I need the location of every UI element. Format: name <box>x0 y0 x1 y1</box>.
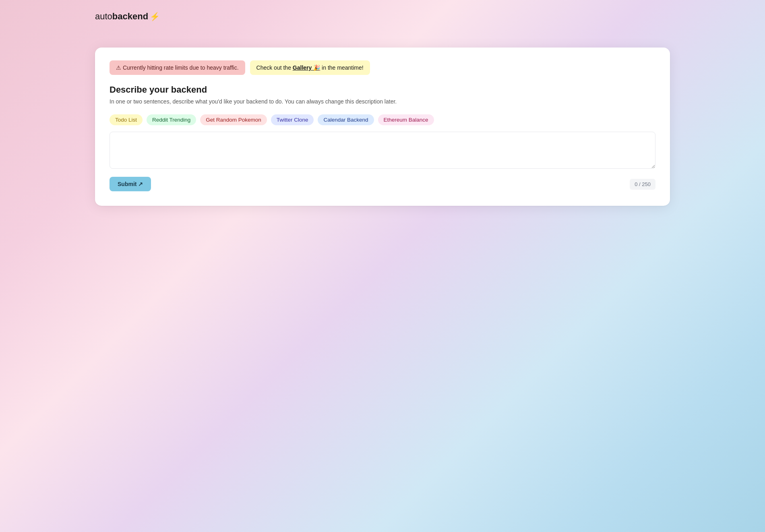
section-title: Describe your backend <box>110 85 655 95</box>
bottom-row: Submit ↗ 0 / 250 <box>110 177 655 191</box>
chip-todo-list[interactable]: Todo List <box>110 114 143 125</box>
app-header: auto backend ⚡ <box>95 11 160 22</box>
header-backend: backend <box>112 11 148 22</box>
gallery-prefix: Check out the <box>256 64 293 71</box>
rate-limit-alert: ⚠ Currently hitting rate limits due to h… <box>110 60 245 75</box>
gallery-link[interactable]: Gallery 🎉 <box>293 64 320 71</box>
chip-ethereum-balance[interactable]: Ethereum Balance <box>378 114 434 125</box>
chip-get-random-pokemon[interactable]: Get Random Pokemon <box>200 114 267 125</box>
description-textarea[interactable] <box>110 132 655 169</box>
gallery-alert: Check out the Gallery 🎉 in the meantime! <box>250 60 370 75</box>
textarea-wrapper <box>110 132 655 170</box>
chips-row: Todo List Reddit Trending Get Random Pok… <box>110 114 655 125</box>
alerts-row: ⚠ Currently hitting rate limits due to h… <box>110 60 655 75</box>
gallery-suffix: in the meantime! <box>320 64 363 71</box>
submit-button[interactable]: Submit ↗ <box>110 177 151 191</box>
main-card: ⚠ Currently hitting rate limits due to h… <box>95 48 670 206</box>
chip-reddit-trending[interactable]: Reddit Trending <box>147 114 196 125</box>
header-auto: auto <box>95 11 112 22</box>
header-icon: ⚡ <box>150 12 160 21</box>
char-counter: 0 / 250 <box>630 179 655 190</box>
chip-calendar-backend[interactable]: Calendar Backend <box>318 114 374 125</box>
section-description: In one or two sentences, describe what y… <box>110 98 655 105</box>
chip-twitter-clone[interactable]: Twitter Clone <box>271 114 314 125</box>
rate-limit-text: ⚠ Currently hitting rate limits due to h… <box>116 64 239 71</box>
